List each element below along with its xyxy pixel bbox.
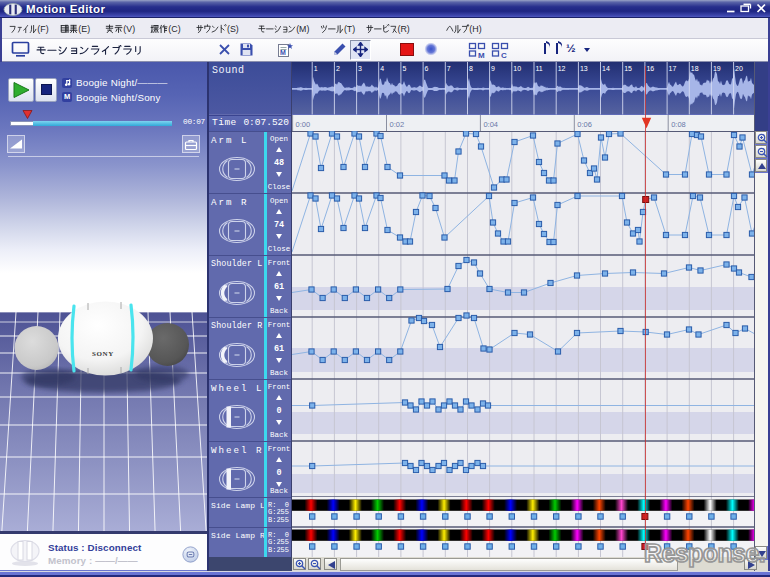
svg-text:(S): (S) (227, 24, 239, 34)
svg-text:M: M (280, 49, 286, 56)
svg-text:19: 19 (713, 65, 721, 72)
svg-text:20: 20 (735, 65, 743, 72)
svg-text:17: 17 (669, 65, 677, 72)
svg-text:15: 15 (624, 65, 632, 72)
svg-text:0:06: 0:06 (577, 120, 592, 129)
svg-text:12: 12 (558, 65, 566, 72)
svg-text:8: 8 (469, 65, 473, 72)
svg-text:SONY: SONY (92, 350, 114, 358)
svg-text:0:04: 0:04 (483, 120, 498, 129)
svg-text:(F): (F) (37, 24, 48, 34)
svg-text:2: 2 (336, 65, 340, 72)
svg-text:10: 10 (513, 65, 521, 72)
svg-text:0:00: 0:00 (296, 120, 311, 129)
svg-text:9: 9 (491, 65, 495, 72)
svg-text:6: 6 (425, 65, 429, 72)
svg-text:(R): (R) (398, 24, 410, 34)
svg-text:0:02: 0:02 (390, 120, 405, 129)
svg-text:(E): (E) (78, 24, 90, 34)
svg-text:M: M (478, 51, 485, 59)
svg-text:C: C (501, 51, 507, 59)
svg-text:13: 13 (580, 65, 588, 72)
svg-text:0:08: 0:08 (671, 120, 686, 129)
svg-text:(M): (M) (296, 24, 309, 34)
svg-text:4: 4 (380, 65, 384, 72)
svg-text:1: 1 (314, 65, 318, 72)
svg-text:7: 7 (447, 65, 451, 72)
svg-text:(C): (C) (168, 24, 180, 34)
svg-text:16: 16 (646, 65, 654, 72)
svg-text:(V): (V) (123, 24, 135, 34)
svg-text:18: 18 (691, 65, 699, 72)
svg-text:5: 5 (402, 65, 406, 72)
svg-text:3: 3 (358, 65, 362, 72)
svg-text:14: 14 (602, 65, 610, 72)
svg-text:(H): (H) (469, 24, 481, 34)
svg-text:11: 11 (536, 65, 543, 72)
svg-text:(T): (T) (344, 24, 355, 34)
